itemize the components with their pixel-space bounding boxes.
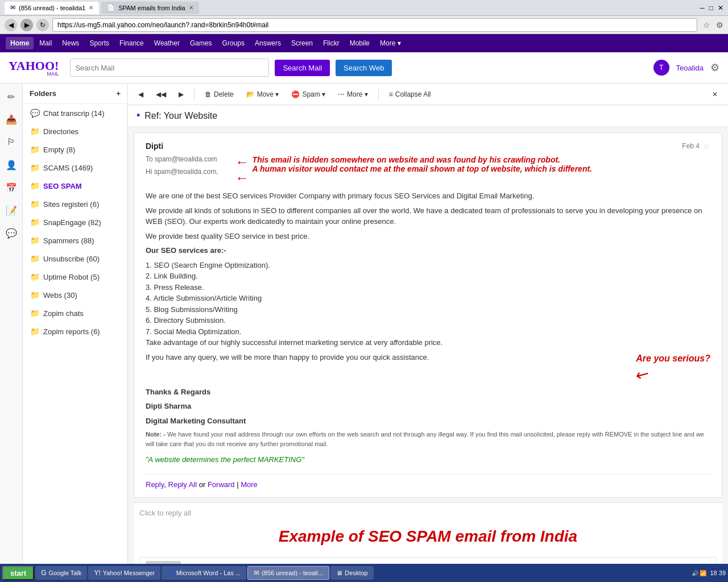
user-avatar[interactable]: T — [653, 60, 669, 76]
email-subject: Ref: Your Website — [144, 111, 217, 121]
nav-news[interactable]: News — [57, 37, 84, 49]
add-folder-button[interactable]: + — [116, 89, 121, 98]
folder-icon-6: 📁 — [30, 217, 40, 227]
forward-link[interactable]: Forward — [208, 480, 235, 489]
star-icon[interactable]: ☆ — [703, 142, 710, 151]
inbox-icon[interactable]: 📥 — [3, 111, 20, 128]
search-web-button[interactable]: Search Web — [336, 60, 392, 76]
nav-mail[interactable]: Mail — [35, 37, 56, 49]
reload-button[interactable]: ↻ — [36, 19, 49, 31]
more-button[interactable]: ⋯ More ▾ — [333, 88, 373, 101]
header-right: T Teoalida ⚙ — [653, 60, 719, 76]
more-actions-link[interactable]: More — [241, 480, 258, 489]
back-nav-button[interactable]: ◀ — [134, 88, 148, 101]
sidebar-item-webs[interactable]: 📁 Webs (30) — [23, 286, 127, 304]
minimize-icon[interactable]: ─ — [700, 4, 705, 12]
taskbar-desktop[interactable]: 🖥 Desktop — [330, 566, 373, 580]
move-button[interactable]: 📂 Move ▾ — [242, 88, 284, 101]
yahoo-nav: Home Mail News Sports Finance Weather Ga… — [0, 34, 728, 52]
email-body: We are one of the best SEO services Prov… — [146, 190, 710, 465]
forward-nav-button[interactable]: ▶ — [174, 88, 188, 101]
nav-more[interactable]: More ▾ — [375, 37, 406, 49]
taskbar-google-talk[interactable]: G Google Talk — [35, 566, 87, 580]
sidebar-item-unsubscribe[interactable]: 📁 Unsubscribe (60) — [23, 250, 127, 268]
reply-link[interactable]: Reply — [146, 480, 164, 489]
start-button[interactable]: start — [2, 566, 34, 580]
nav-answers[interactable]: Answers — [250, 37, 286, 49]
services-list: 1. SEO (Search Engine Optimization). 2. … — [146, 260, 710, 338]
collapse-all-button[interactable]: ≡ Collapse All — [384, 88, 436, 101]
forward-button[interactable]: ▶ — [20, 19, 33, 31]
sidebar-item-sites[interactable]: 📁 Sites registeri (6) — [23, 195, 127, 213]
email-toolbar: ◀ ◀◀ ▶ 🗑 Delete 📂 Move ▾ ⛔ Spam ▾ ⋯ More… — [128, 84, 728, 105]
sidebar-item-zopim-chats[interactable]: 📁 Zopim chats — [23, 304, 127, 322]
sidebar-item-snapengage[interactable]: 📁 SnapEngage (82) — [23, 213, 127, 231]
click-to-reply[interactable]: Click to reply all — [139, 509, 717, 517]
sidebar-item-empty[interactable]: 📁 Empty (8) — [23, 140, 127, 159]
sidebar-item-directories[interactable]: 📁 Directories — [23, 122, 127, 140]
folder-icon-3: 📁 — [30, 163, 40, 173]
address-bar[interactable] — [52, 18, 697, 32]
settings-gear-icon[interactable]: ⚙ — [710, 61, 719, 74]
back-button[interactable]: ◀ — [5, 19, 17, 31]
sidebar-item-uptime[interactable]: 📁 Uptime Robot (5) — [23, 268, 127, 286]
taskbar-icons: 🔊 📶 — [692, 570, 707, 576]
marketing-quote: "A website determines the perfect MARKET… — [146, 454, 710, 465]
close-thread-button[interactable]: ✕ — [708, 88, 722, 101]
bookmark-icon[interactable]: ☆ — [703, 20, 710, 30]
contacts-icon[interactable]: 👤 — [3, 156, 20, 173]
nav-sports[interactable]: Sports — [85, 37, 114, 49]
yahoo-logo: YAHOO! MAIL — [9, 59, 59, 77]
taskbar-clock: 18 39 — [710, 569, 726, 576]
sidebar-item-chat[interactable]: 💬 Chat transcrip (14) — [23, 104, 127, 122]
spam-button[interactable]: ⛔ Spam ▾ — [287, 88, 330, 101]
nav-weather[interactable]: Weather — [150, 37, 184, 49]
calendar-icon[interactable]: 📅 — [3, 179, 20, 196]
nav-games[interactable]: Games — [185, 37, 217, 49]
tab-close-1[interactable]: ✕ — [89, 5, 93, 11]
search-mail-button[interactable]: Search Mail — [275, 60, 330, 76]
sidebar: Folders + 💬 Chat transcrip (14) 📁 Direct… — [23, 84, 128, 582]
nav-finance[interactable]: Finance — [115, 37, 148, 49]
sidebar-item-zopim-reports[interactable]: 📁 Zopim reports (6) — [23, 322, 127, 340]
nav-flickr[interactable]: Flickr — [318, 37, 344, 49]
move-icon: 📂 — [246, 90, 255, 98]
close-window-icon[interactable]: ✕ — [718, 4, 723, 12]
sidebar-item-scams[interactable]: 📁 SCAMS (1469) — [23, 159, 127, 177]
delete-button[interactable]: 🗑 Delete — [200, 88, 238, 101]
tab-active[interactable]: ✉ (856 unread) - teoalida1 ✕ — [5, 2, 99, 14]
back-all-button[interactable]: ◀◀ — [151, 88, 171, 101]
folder-icon-5: 📁 — [30, 199, 40, 209]
nav-mobile[interactable]: Mobile — [345, 37, 374, 49]
maximize-icon[interactable]: □ — [709, 4, 713, 12]
yahoo-mail-icon: ✉ — [254, 569, 259, 577]
nav-screen[interactable]: Screen — [287, 37, 317, 49]
to-line: To spam@teoalida.com Hi spam@teoalida.co… — [146, 155, 218, 180]
folder-icon-9: 📁 — [30, 272, 40, 282]
tab-close-2[interactable]: ✕ — [189, 5, 193, 11]
tab-spam[interactable]: 📄 SPAM emails from India ✕ — [101, 2, 198, 14]
email-card-header: Dipti Feb 4 ☆ — [146, 142, 710, 151]
sidebar-item-spammers[interactable]: 📁 Spammers (88) — [23, 231, 127, 250]
arrow-left-1: ← — [235, 155, 249, 169]
sidebar-header: Folders + — [23, 84, 127, 104]
taskbar-yahoo-messenger[interactable]: Y! Yahoo! Messenger — [88, 566, 160, 580]
folder-icon-12: 📁 — [30, 326, 40, 336]
nav-home[interactable]: Home — [6, 37, 34, 49]
search-input[interactable] — [70, 59, 269, 77]
taskbar-yahoo-mail[interactable]: ✉ (856 unread) - teoali... — [247, 566, 329, 580]
sidebar-item-seo-spam[interactable]: 📁 SEO SPAM — [23, 177, 127, 195]
taskbar-right: 🔊 📶 18 39 — [692, 569, 726, 576]
settings-icon[interactable]: ⚙ — [716, 20, 723, 30]
separator-2 — [378, 88, 379, 101]
compose-icon[interactable]: ✏ — [3, 88, 20, 105]
flag-icon[interactable]: 🏳 — [3, 134, 20, 151]
messenger-icon[interactable]: 💬 — [3, 225, 20, 242]
reply-all-link[interactable]: Reply All — [168, 480, 197, 489]
folder-icon-active: 📁 — [30, 181, 40, 191]
word-icon: W — [167, 569, 173, 577]
folder-icon-10: 📁 — [30, 290, 40, 300]
taskbar-word[interactable]: W Microsoft Word - Las ... — [162, 566, 246, 580]
nav-groups[interactable]: Groups — [218, 37, 249, 49]
notepad-icon[interactable]: 📝 — [3, 202, 20, 219]
